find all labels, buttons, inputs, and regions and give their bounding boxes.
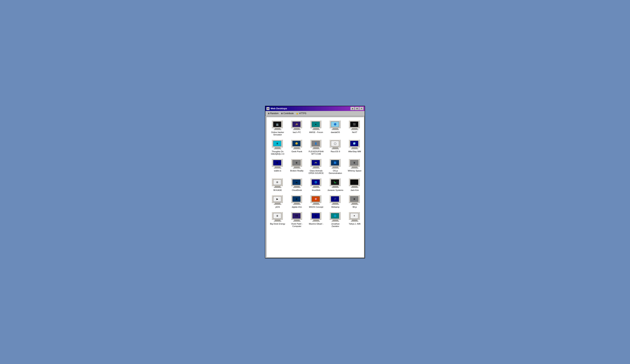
desktop-item-afterstep[interactable]: 🧊 AfterStep WM [346,139,364,156]
titlebar: 🖥 Web Desktops ▲ ⊞ ✕ [265,106,365,111]
monitor-icon: 🌐 [310,178,322,188]
item-label: Geek Prank [292,150,302,153]
minimize-button[interactable]: ▲ [350,107,355,110]
monitor-body: ✦ [349,212,360,220]
desktop-item-osjs[interactable]: 🟦 OS.js Demonstration [326,158,344,176]
monitor-screen: ☁ [292,180,300,185]
menu-random[interactable]: 🖥 Random [267,112,279,115]
desktop-item-geek-prank[interactable]: 😄 Geek Prank [288,139,306,156]
monitor-icon: 👤 [310,140,322,149]
monitor-stand [312,149,320,149]
desktop-item-online-hacker[interactable]: 💻 Online Hacker Simulator [269,119,286,137]
monitor-screen: ⊞ [273,180,281,185]
monitor-icon: ☁ [291,178,303,188]
monitor-stand [351,204,358,205]
desktop-item-webamp[interactable]: 🎵 Webamp [326,194,344,209]
monitor-screen: ⊞ [312,213,320,219]
maximize-button[interactable]: ⊞ [355,107,359,110]
monitor-screen: ✨ [292,122,300,127]
content-area[interactable]: 💻 Online Hacker Simulator ✨ baz's PC ● A… [266,117,364,257]
desktop-item-glass-animals[interactable]: 🎮 Glass Animals OPEN SOURCE [307,158,325,176]
desktop-item-bazs-pc[interactable]: ✨ baz's PC [288,119,306,137]
item-label: Jurassic Systems [328,189,343,191]
monitor-screen: V9 [292,213,300,219]
monitor-screen: ▶ [273,196,281,202]
monitor-icon: 🖥 [272,140,284,149]
desktop-item-jonathan-zavialov[interactable]: 🌐 Jonathan Zavialov [326,211,344,229]
monitor-screen: 🖥 [350,160,358,166]
monitor-screen: ◯ [331,141,339,146]
desktop-item-yahya-aifit[interactable]: ✦ Yahya J. Aifit [346,211,364,229]
desktop-item-daedal-os[interactable]: 🔵 daedalOS [326,119,344,137]
desktop-item-raccos9[interactable]: ◯ RaccOS 9 [326,139,344,156]
monitor-stand [274,129,281,130]
desktop-item-digital-r41n[interactable]: 🖥 digital-r41n [288,194,306,209]
desktop-item-thoughts-glitch[interactable]: 🖥 Thoughts On Glitch[Art]v 2.0 [269,139,286,156]
desktop-item-vivek-patel[interactable]: V9 Vivek Patel - Computer [288,211,306,229]
item-label: MSOS Concept [309,206,323,208]
item-label: Yahya J. Aifit [349,223,360,225]
contribute-icon: 🖥 [281,112,283,115]
item-label: AfterStep WM [348,150,361,153]
monitor-stand [274,149,281,149]
item-label: OS.js Demonstration [327,170,344,175]
close-button[interactable]: ✕ [360,107,364,110]
monitor-screen: 🖥 [273,141,281,146]
desktop-item-msos-concept[interactable]: 🎯 MSOS Concept [307,194,325,209]
titlebar-left: 🖥 Web Desktops [266,107,287,110]
desktop-item-jack-kim[interactable]: J Jack Kim [346,177,364,192]
desktop-item-awge-forum[interactable]: ● AWGE - Forum [307,119,325,137]
item-label: Glass Animals OPEN SOURCE [308,170,324,175]
desktop-item-big-desk-energy[interactable]: 🖥 Big Desk Energy [269,211,286,229]
monitor-screen: 🖥 [292,160,300,166]
desktop-item-ytos[interactable]: ▶ ytOS [269,194,286,209]
menu-https[interactable]: 🔒 HTTPS [295,112,307,115]
monitor-screen: 🎯 [312,196,320,202]
monitor-screen: 🎮 [312,160,320,166]
monitor-screen: ● [312,122,320,127]
monitor-stand [312,221,320,222]
monitor-icon: 🖥 [349,195,360,205]
desktop-item-98js[interactable]: 🖥 98.js [346,194,364,209]
monitor-screen: 💻 [273,122,281,127]
monitor-stand [293,187,300,188]
monitor-stand [293,168,300,169]
desktop-item-waller[interactable]: ⊞ waller.is [269,158,286,176]
desktop-item-whimsy-space[interactable]: 🖥 Whimsy Space [346,158,364,176]
monitor-screen: 🎵 [331,196,339,202]
desktop-item-maxime-elkael[interactable]: ⊞ Maxime Elkael - [307,211,325,229]
monitor-stand [351,187,358,188]
monitor-screen: ⬛ [350,122,358,127]
monitor-body: ⬛ [349,120,360,128]
item-label: ytOS [275,206,280,208]
desktop-item-flexedups[interactable]: 👤 FLEXEDUPSHAWTY.COM [307,139,325,156]
monitor-icon: 🔵 [330,120,341,130]
desktop-item-clouddesk[interactable]: ☁ CloudDesk [288,177,306,192]
monitor-stand [312,168,320,169]
monitor-body: ● [310,120,321,128]
item-label: 98.js [352,206,357,208]
monitor-body: ◯ [330,140,340,147]
desktop-item-broken-reality[interactable]: 🖥 Broken Reality [288,158,306,176]
monitor-body: 🟦 [330,159,340,167]
item-label: Jonathan Zavialov [327,223,344,227]
monitor-screen: 🟦 [331,160,339,166]
item-label: waller.is [274,170,281,172]
desktop-item-98kage[interactable]: ⊞ 98 KAGE [269,177,286,192]
desktop-item-jurassic-systems[interactable]: 🦕 Jurassic Systems [326,177,344,192]
monitor-stand [274,221,281,222]
item-label: linuxWeb [312,189,320,191]
item-label: NeXT [352,131,357,134]
window-title: Web Desktops [270,107,287,110]
menu-contribute[interactable]: 🖥 Contribute [280,112,294,115]
monitor-stand [332,187,339,188]
monitor-stand [312,187,320,188]
monitor-icon: 🖥 [349,159,360,169]
desktop-item-linuxweb[interactable]: 🌐 linuxWeb [307,177,325,192]
monitor-stand [312,129,320,130]
desktop-item-next[interactable]: ⬛ NeXT [346,119,364,137]
item-label: AWGE - Forum [309,131,323,134]
monitor-body: 👤 [310,140,321,147]
monitor-stand [274,168,281,169]
item-label: Big Desk Energy [270,223,285,225]
